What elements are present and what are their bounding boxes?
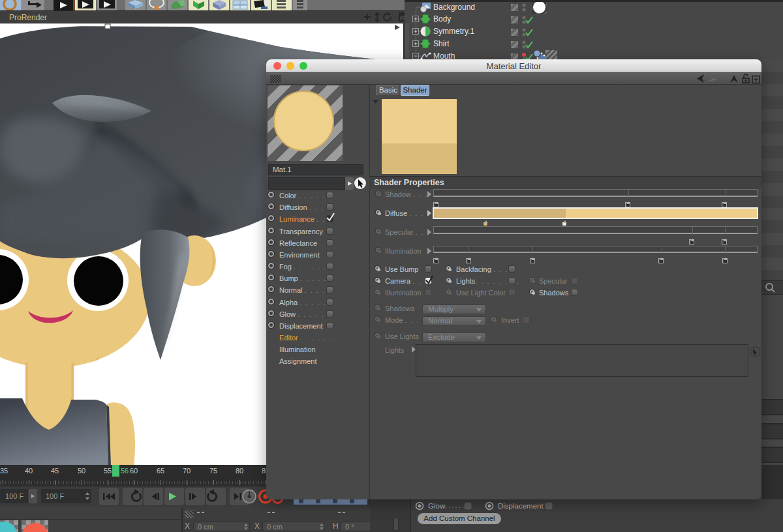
svg-text:Mouth: Mouth: [433, 52, 455, 59]
svg-text:Displacement: Displacement: [498, 502, 544, 510]
svg-text:100 F: 100 F: [5, 492, 23, 500]
svg-text:75: 75: [209, 467, 217, 475]
svg-text:40: 40: [25, 467, 33, 475]
svg-text:Shirt: Shirt: [433, 39, 450, 48]
svg-text:Symmetry.1: Symmetry.1: [433, 27, 474, 36]
svg-text:Add Custom Channel: Add Custom Channel: [423, 514, 495, 522]
svg-text:70: 70: [183, 467, 191, 475]
svg-text:56: 56: [121, 467, 129, 475]
svg-text:65: 65: [157, 467, 164, 475]
svg-text:Glow: Glow: [428, 502, 446, 510]
svg-text:Body: Body: [433, 14, 451, 23]
svg-text:100 F: 100 F: [46, 492, 64, 500]
svg-text:50: 50: [78, 467, 85, 475]
svg-text:35: 35: [0, 467, 8, 475]
svg-text:45: 45: [51, 467, 59, 475]
svg-text:60: 60: [130, 467, 138, 475]
svg-text:Background: Background: [433, 3, 475, 12]
svg-text:80: 80: [236, 467, 243, 475]
svg-text:55: 55: [104, 467, 112, 475]
